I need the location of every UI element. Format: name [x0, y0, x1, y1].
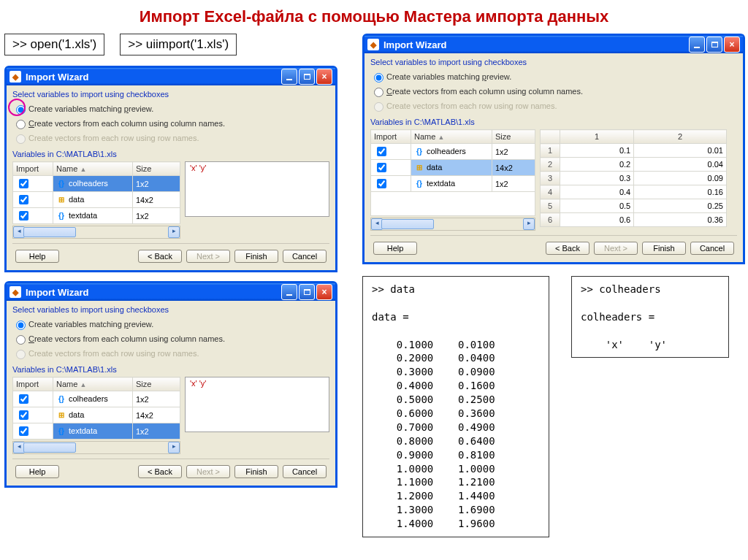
finish-button[interactable]: Finish	[234, 465, 278, 478]
table-row[interactable]: {}textdata 1x2	[13, 208, 180, 224]
close-button[interactable]: ×	[316, 69, 332, 85]
data-row[interactable]: 20.20.04	[541, 158, 727, 172]
horizontal-scrollbar[interactable]: ◂ ▸	[12, 441, 180, 454]
preview-pane: 'x' 'y'	[185, 377, 329, 432]
import-wizard-window-2: ◆ Import Wizard × Select variables to im…	[362, 34, 745, 264]
radio-row-vectors	[16, 350, 26, 359]
cancel-button[interactable]: Cancel	[283, 465, 327, 478]
cell-icon: {}	[56, 395, 66, 404]
matlab-icon: ◆	[9, 71, 21, 83]
data-row[interactable]: 10.10.01	[541, 144, 727, 158]
table-row[interactable]: {}textdata 1x2	[371, 176, 535, 192]
radio-column-vectors[interactable]	[16, 120, 26, 129]
data-row[interactable]: 40.40.16	[541, 185, 727, 199]
next-button: Next >	[594, 242, 638, 255]
radio-column-vectors[interactable]	[374, 88, 383, 97]
path-link[interactable]: C:\MATLAB\1.xls	[414, 118, 475, 126]
cancel-button[interactable]: Cancel	[283, 250, 327, 263]
import-check[interactable]	[19, 195, 28, 204]
cell-icon: {}	[414, 180, 424, 188]
radio-matching-preview[interactable]	[16, 105, 26, 115]
path-link[interactable]: C:\MATLAB\1.xls	[56, 365, 117, 374]
horizontal-scrollbar[interactable]: ◂ ▸	[12, 226, 180, 239]
instruction-text: Select variables to import using checkbo…	[12, 90, 329, 99]
window-title: Import Wizard	[26, 72, 89, 83]
help-button[interactable]: Help	[373, 242, 417, 255]
maximize-button[interactable]	[299, 284, 315, 300]
cell-icon: {}	[56, 180, 66, 188]
import-check[interactable]	[19, 179, 28, 188]
preview-pane: 'x' 'y'	[185, 161, 329, 217]
window-title: Import Wizard	[383, 39, 447, 50]
path-link[interactable]: C:\MATLAB\1.xls	[56, 150, 117, 158]
data-row[interactable]: 60.60.36	[541, 213, 727, 227]
data-preview-grid[interactable]: 1210.10.0120.20.0430.30.0940.40.1650.50.…	[540, 129, 727, 227]
col-size[interactable]: Size	[133, 162, 180, 176]
data-row[interactable]: 30.30.09	[541, 172, 727, 185]
matlab-icon: ◆	[367, 39, 379, 50]
radio-row-vectors	[16, 134, 26, 144]
variables-path: Variables in C:\MATLAB\1.xls	[12, 150, 329, 158]
import-wizard-window-1: ◆ Import Wizard × Select variables to im…	[4, 66, 337, 272]
radio-matching-preview[interactable]	[374, 73, 383, 83]
next-button: Next >	[186, 250, 230, 263]
maximize-button[interactable]	[299, 69, 315, 85]
numeric-icon: ⊞	[56, 411, 66, 420]
minimize-button[interactable]	[281, 284, 297, 300]
radio-matching-preview[interactable]	[16, 321, 26, 330]
back-button[interactable]: < Back	[138, 465, 182, 478]
table-row[interactable]: {}colheaders 1x2	[371, 144, 535, 160]
cmd-open: >> open('1.xls')	[4, 34, 104, 55]
table-row[interactable]: {}textdata 1x2	[13, 423, 180, 440]
matlab-icon: ◆	[9, 286, 21, 298]
window-title: Import Wizard	[26, 287, 89, 298]
help-button[interactable]: Help	[15, 250, 59, 263]
titlebar[interactable]: ◆ Import Wizard ×	[7, 68, 335, 85]
close-button[interactable]: ×	[724, 37, 740, 53]
col-import[interactable]: Import	[13, 162, 53, 176]
table-row[interactable]: {}colheaders 1x2	[13, 391, 180, 407]
table-row[interactable]: {}colheaders 1x2	[13, 176, 180, 192]
titlebar[interactable]: ◆ Import Wizard ×	[7, 283, 335, 301]
minimize-button[interactable]	[689, 37, 705, 53]
numeric-icon: ⊞	[56, 196, 66, 204]
cancel-button[interactable]: Cancel	[690, 242, 734, 255]
finish-button[interactable]: Finish	[234, 250, 278, 263]
variables-table[interactable]: Import Name ▲ Size {}colheaders 1x2	[12, 161, 180, 224]
radio-column-vectors[interactable]	[16, 335, 26, 345]
col-name[interactable]: Name ▲	[53, 162, 133, 176]
variables-table[interactable]: Import Name ▲ Size {}colheaders 1x2	[12, 377, 180, 440]
instruction-text: Select variables to import using checkbo…	[12, 305, 329, 314]
close-button[interactable]: ×	[316, 284, 332, 300]
maximize-button[interactable]	[706, 37, 722, 53]
cell-icon: {}	[56, 212, 66, 220]
minimize-button[interactable]	[281, 69, 297, 85]
horizontal-scrollbar[interactable]: ◂ ▸	[370, 218, 535, 231]
import-wizard-window-3: ◆ Import Wizard × Select variables to im…	[4, 281, 337, 488]
data-row[interactable]: 50.50.25	[541, 199, 727, 213]
import-check[interactable]	[19, 211, 28, 220]
variables-table[interactable]: Import Name ▲ Size {}colheaders 1x2	[370, 129, 535, 216]
cell-icon: {}	[56, 427, 66, 436]
next-button: Next >	[186, 465, 230, 478]
numeric-icon: ⊞	[414, 164, 424, 172]
back-button[interactable]: < Back	[138, 250, 182, 263]
help-button[interactable]: Help	[15, 465, 59, 478]
finish-button[interactable]: Finish	[642, 242, 686, 255]
cmd-uiimport: >> uiimport('1.xls')	[120, 34, 237, 55]
output-data: >> data data = 0.1000 0.0100 0.2000 0.04…	[362, 276, 549, 537]
table-row[interactable]: ⊞data 14x2	[13, 407, 180, 423]
cell-icon: {}	[414, 147, 424, 156]
output-colheaders: >> colheaders colheaders = 'x' 'y'	[571, 276, 729, 358]
page-title: Импорт Excel-файла с помощью Мастера имп…	[4, 7, 744, 26]
table-row	[371, 192, 535, 216]
back-button[interactable]: < Back	[546, 242, 589, 255]
titlebar[interactable]: ◆ Import Wizard ×	[365, 36, 743, 53]
table-row[interactable]: ⊞data 14x2	[13, 192, 180, 208]
table-row[interactable]: ⊞data 14x2	[371, 160, 535, 176]
radio-row-vectors	[374, 102, 383, 112]
instruction-text: Select variables to import using checkbo…	[370, 58, 737, 66]
